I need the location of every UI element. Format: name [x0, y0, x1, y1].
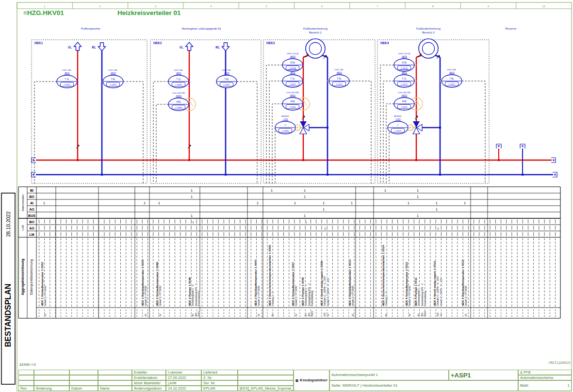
hek4-device-b02: 01DT-1BL-B02T RL1 0015 — [442, 68, 462, 87]
svg-text:BO: BO — [29, 220, 34, 224]
svg-text:-B03: -B03 — [290, 55, 295, 58]
svg-text:01DT-1BL: 01DT-1BL — [63, 69, 72, 71]
svg-text:1: 1 — [417, 214, 419, 217]
svg-text:1: 1 — [436, 208, 438, 211]
svg-text:Fußbodenheizung: Fußbodenheizung — [303, 27, 327, 30]
svg-text:BO: BO — [195, 313, 197, 317]
svg-text:AI: AI — [295, 314, 297, 316]
svg-text:1 0006: 1 0006 — [289, 106, 296, 108]
svg-text:1: 1 — [384, 189, 386, 192]
svg-text:01DT-1BL: 01DT-1BL — [288, 68, 298, 71]
svg-text:HEK 2 Rücklauftemperatur 1 004: HEK 2 Rücklauftemperatur 1 0047 — [254, 259, 257, 306]
svg-text:Istwert 0...100% - 0...10V: Istwert 0...100% - 0...10V — [327, 278, 329, 306]
svg-text:1: 1 — [417, 195, 419, 198]
svg-text:01DT-1BL: 01DT-1BL — [174, 69, 184, 71]
hek1-group: HEK1VLRL01DT-1BL-B01T VL1 000201DT-1BL-B… — [32, 40, 147, 183]
svg-text:LVB: LVB — [21, 225, 24, 230]
svg-text:01DT-1BL: 01DT-1BL — [400, 68, 409, 71]
svg-text:PFB: PFB — [291, 100, 295, 103]
svg-text:HEK 3 Pumpe 1 0006: HEK 3 Pumpe 1 0006 — [301, 277, 304, 306]
svg-text:VL: VL — [180, 46, 183, 49]
svg-text:BUS: BUS — [28, 214, 35, 217]
hek1-device-b01: 01DT-1BL-B01T VL1 0002 — [57, 69, 77, 88]
svg-text:Pufferspeicher: Pufferspeicher — [81, 27, 100, 30]
hek4-device-m01: Calio-030-080-M01PFB1 0011 — [394, 91, 414, 110]
svg-text:1 0002: 1 0002 — [64, 83, 70, 86]
svg-text:LM: LM — [29, 233, 34, 236]
svg-text:HEK 3 Sicherheitstemperaturwäc: HEK 3 Sicherheitstemperaturwächter 1 000… — [268, 245, 271, 306]
svg-text:-B02: -B02 — [336, 71, 342, 74]
hek3-group: HEK301HT-101CA-B03STW1 000901DT-1BL-B01T… — [263, 39, 375, 183]
svg-text:Rückmeldung: Rückmeldung — [311, 291, 313, 306]
svg-text:1: 1 — [324, 227, 326, 230]
svg-text:5: 5 — [266, 5, 267, 8]
svg-text:Istwert 0...100% - 0...10V: Istwert 0...100% - 0...10V — [440, 278, 442, 306]
svg-text:BUS: BUS — [197, 311, 200, 316]
svg-text:-B02: -B02 — [110, 72, 116, 75]
svg-text:Rückmeldung: Rückmeldung — [424, 291, 426, 306]
svg-text:1: 1 — [191, 214, 193, 217]
svg-text:AO: AO — [29, 208, 34, 211]
svg-text:Datenstruktur: Datenstruktur — [21, 195, 24, 212]
hek4-group: HEK401HT-101CA-B03STW1 001401DT-1BL-B01T… — [377, 39, 489, 183]
page-header: =HZG.HKV01Heizkreisverteiler 01 — [23, 9, 181, 16]
svg-text:01DT-1BL: 01DT-1BL — [109, 69, 118, 71]
svg-text:28.10.2022: 28.10.2022 — [5, 212, 11, 237]
svg-text:AI: AI — [30, 201, 33, 205]
svg-text:1 0013: 1 0013 — [394, 130, 401, 132]
section-labels: PufferspeicherHeizregister Lüftungsgerät… — [81, 27, 517, 34]
svg-text:1 0010: 1 0010 — [336, 83, 343, 85]
svg-text:HEK 3 Vorlauftemperatur 1 0007: HEK 3 Vorlauftemperatur 1 0007 — [292, 261, 295, 306]
datapoint-table: DatenstrukturBIBOAIAOBUSLVBBOAOLMAggrega… — [18, 187, 560, 318]
svg-text:HEK 4 Vorlauftemperatur 1 0012: HEK 4 Vorlauftemperatur 1 0012 — [405, 261, 408, 306]
svg-text:1: 1 — [43, 201, 45, 205]
svg-text:BI: BI — [271, 314, 274, 316]
svg-text:1 0046: 1 0046 — [175, 83, 182, 86]
svg-text:AI: AI — [440, 314, 442, 316]
svg-text:T VL: T VL — [402, 78, 407, 80]
svg-text:Störung 1 - 0: Störung 1 - 0 — [385, 292, 388, 306]
svg-text:HEK 3 Ventil stetig regeln 1 0: HEK 3 Ventil stetig regeln 1 0008 — [320, 261, 323, 306]
svg-text:Y: Y — [397, 124, 398, 127]
svg-text:Aggregatsbezeichnung: Aggregatsbezeichnung — [21, 259, 25, 295]
datapoint-column-4: 1111HEK 2 Pumpe 1 0048Sicherungsfall 1 -… — [188, 189, 200, 317]
svg-text:BUS: BUS — [424, 311, 426, 316]
svg-text:1: 1 — [304, 195, 306, 198]
svg-text:-B01: -B01 — [290, 71, 295, 74]
svg-text:HEK4: HEK4 — [380, 41, 389, 45]
svg-text:-B01: -B01 — [176, 72, 181, 75]
svg-text:PFB: PFB — [402, 100, 407, 103]
hek3-device-y01: APB655-Y01Y1 0008 — [275, 115, 295, 134]
svg-text:01HT-101CA: 01HT-101CA — [287, 52, 298, 55]
svg-text:1 0048: 1 0048 — [175, 106, 182, 109]
svg-text:BO: BO — [421, 313, 424, 317]
svg-text:01DT-1BL: 01DT-1BL — [447, 68, 457, 71]
svg-text:BI: BI — [191, 314, 194, 316]
svg-text:10: 10 — [542, 5, 545, 8]
svg-text:T VL: T VL — [65, 78, 69, 81]
svg-text:01DT-1BL: 01DT-1BL — [222, 69, 232, 71]
datapoint-column-8: 1111HEK 3 Pumpe 1 0006Sicherungsfall 1 -… — [301, 189, 313, 317]
svg-text:-B01: -B01 — [401, 71, 407, 74]
svg-text:&EMB=+/3: &EMB=+/3 — [19, 363, 36, 366]
svg-text:RL: RL — [215, 46, 220, 49]
svg-text:VL: VL — [68, 46, 72, 49]
svg-text:Sollwert 0...100% - 0...10V: Sollwert 0...100% - 0...10V — [323, 276, 326, 306]
svg-text:Calio-030-080: Calio-030-080 — [398, 91, 411, 94]
svg-text:01HT-101CA: 01HT-101CA — [398, 52, 410, 55]
hek1-device-b02: 01DT-1BL-B02T RL1 0005 — [103, 69, 123, 88]
datapoint-column-6: 1HEK 3 Sicherheitstemperaturwächter 1 00… — [268, 189, 274, 317]
svg-text:RL: RL — [92, 46, 96, 49]
svg-text:HEK 4 Pumpe 1 0011: HEK 4 Pumpe 1 0011 — [414, 277, 417, 306]
svg-text:1: 1 — [192, 221, 194, 224]
svg-text:BI: BI — [304, 314, 307, 316]
svg-text:HEK 4 Ventil stetig regeln 1 0: HEK 4 Ventil stetig regeln 1 0013 — [433, 261, 436, 306]
svg-text:BESTANDSPLAN: BESTANDSPLAN — [4, 284, 12, 347]
svg-text:-B02: -B02 — [224, 72, 229, 75]
svg-text:HEK 4 Rücklauftemperatur 1 001: HEK 4 Rücklauftemperatur 1 0015 — [461, 259, 464, 306]
svg-text:Istwert [ = PT1000: Istwert [ = PT1000 — [464, 286, 467, 306]
svg-text:BO: BO — [29, 195, 34, 198]
svg-text:1 0047: 1 0047 — [223, 83, 230, 86]
svg-text:7: 7 — [377, 5, 378, 8]
svg-text:AI: AI — [464, 314, 467, 316]
